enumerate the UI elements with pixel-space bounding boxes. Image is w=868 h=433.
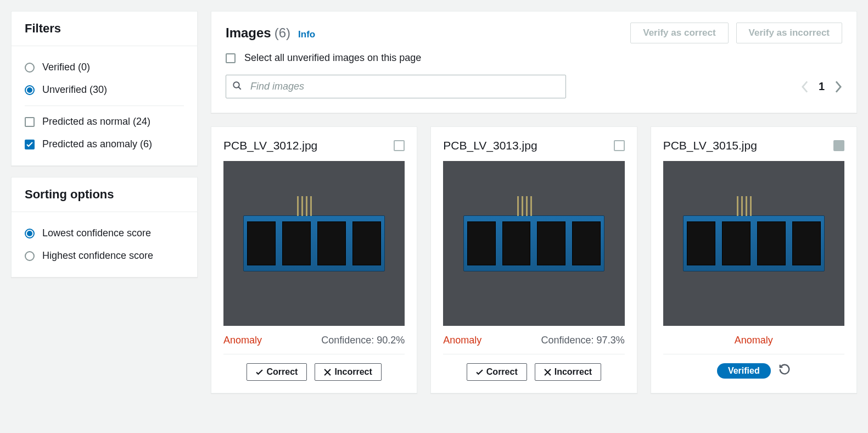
radio-selected-icon (25, 229, 35, 238)
image-thumbnail[interactable] (223, 161, 405, 326)
image-cards: PCB_LV_3012.jpg Anomaly Confidence: 90.2… (211, 126, 857, 393)
select-all-label: Select all unverified images on this pag… (244, 52, 421, 64)
images-title-text: Images (226, 25, 271, 41)
mark-correct-button[interactable]: Correct (247, 363, 307, 381)
radio-icon (25, 251, 35, 261)
image-thumbnail[interactable] (663, 161, 844, 326)
image-card: PCB_LV_3012.jpg Anomaly Confidence: 90.2… (211, 126, 417, 393)
sorting-title: Sorting options (12, 177, 197, 212)
mark-correct-button[interactable]: Correct (467, 363, 527, 381)
image-select-checkbox-disabled (833, 140, 844, 151)
filter-predicted-anomaly-label: Predicted as anomaly (6) (42, 138, 152, 150)
verify-correct-button[interactable]: Verify as correct (630, 23, 728, 43)
info-link[interactable]: Info (298, 29, 315, 40)
prev-page-button[interactable] (801, 81, 809, 93)
sort-highest-label: Highest confidence score (42, 250, 153, 262)
svg-line-1 (238, 87, 241, 90)
checkbox-checked-icon (25, 140, 35, 149)
x-icon (544, 369, 551, 376)
radio-selected-icon (25, 85, 35, 95)
search-icon (232, 81, 242, 93)
image-filename: PCB_LV_3015.jpg (663, 139, 757, 152)
sort-highest[interactable]: Highest confidence score (25, 245, 184, 267)
page-number: 1 (819, 80, 825, 93)
filter-unverified[interactable]: Unverified (30) (25, 79, 184, 101)
image-thumbnail[interactable] (443, 161, 624, 326)
image-filename: PCB_LV_3012.jpg (223, 139, 317, 152)
mark-incorrect-button[interactable]: Incorrect (315, 363, 381, 381)
search-input[interactable] (226, 75, 566, 98)
mark-correct-label: Correct (486, 367, 518, 377)
divider (25, 106, 184, 106)
images-count: (6) (275, 25, 290, 41)
images-title: Images (6) Info (226, 25, 315, 41)
mark-incorrect-label: Incorrect (555, 367, 592, 377)
sort-lowest[interactable]: Lowest confidence score (25, 222, 184, 245)
image-filename: PCB_LV_3013.jpg (443, 139, 537, 152)
checkbox-icon (226, 53, 236, 63)
sort-lowest-label: Lowest confidence score (42, 227, 151, 239)
radio-icon (25, 63, 35, 73)
filter-verified-label: Verified (0) (42, 62, 90, 73)
images-header-panel: Images (6) Info Verify as correct Verify… (211, 11, 857, 113)
verified-badge: Verified (717, 363, 771, 379)
pagination: 1 (801, 80, 842, 93)
undo-button[interactable] (779, 363, 791, 379)
image-confidence: Confidence: 97.3% (541, 335, 625, 346)
check-icon (476, 369, 483, 376)
filter-predicted-anomaly[interactable]: Predicted as anomaly (6) (25, 133, 184, 156)
mark-correct-label: Correct (266, 367, 298, 377)
checkbox-icon (25, 117, 35, 127)
image-select-checkbox[interactable] (394, 140, 405, 151)
filter-verified[interactable]: Verified (0) (25, 56, 184, 79)
image-card: PCB_LV_3015.jpg Anomaly Verified (651, 126, 857, 393)
image-status: Anomaly (223, 335, 262, 346)
svg-point-0 (233, 82, 239, 88)
filters-title: Filters (12, 12, 197, 46)
image-card: PCB_LV_3013.jpg Anomaly Confidence: 97.3… (430, 126, 637, 393)
image-status: Anomaly (443, 335, 481, 346)
image-select-checkbox[interactable] (614, 140, 625, 151)
filter-predicted-normal[interactable]: Predicted as normal (24) (25, 110, 184, 133)
image-status: Anomaly (735, 335, 773, 346)
filters-panel: Filters Verified (0) Unverified (30) Pre… (11, 11, 198, 166)
verify-incorrect-button[interactable]: Verify as incorrect (736, 23, 842, 43)
select-all-row[interactable]: Select all unverified images on this pag… (226, 52, 842, 64)
sorting-panel: Sorting options Lowest confidence score … (11, 177, 198, 277)
mark-incorrect-label: Incorrect (334, 367, 372, 377)
filter-unverified-label: Unverified (30) (42, 84, 107, 96)
mark-incorrect-button[interactable]: Incorrect (535, 363, 601, 381)
next-page-button[interactable] (835, 81, 842, 93)
x-icon (324, 369, 331, 376)
check-icon (256, 369, 263, 376)
image-confidence: Confidence: 90.2% (321, 335, 405, 346)
undo-icon (779, 363, 791, 375)
filter-predicted-normal-label: Predicted as normal (24) (42, 116, 150, 127)
